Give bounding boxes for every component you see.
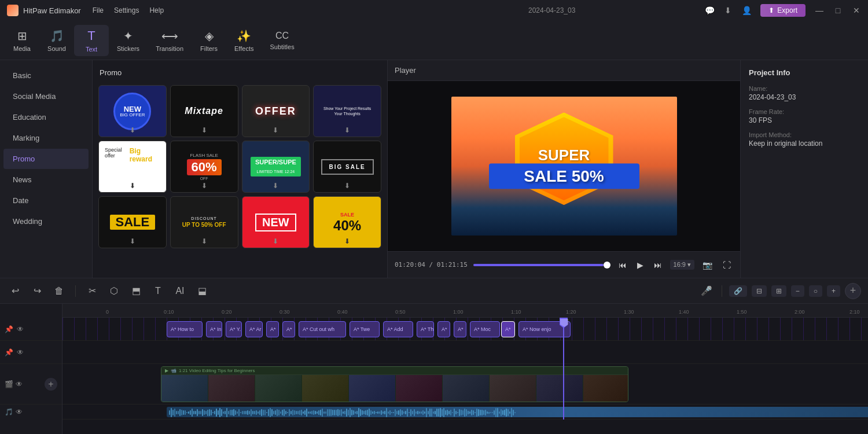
forward-button[interactable]: ⏭ (652, 259, 664, 271)
menu-settings[interactable]: Settings (114, 6, 139, 14)
sidebar-item-wedding[interactable]: Wedding (3, 211, 89, 231)
sidebar-item-education[interactable]: Education (3, 107, 89, 127)
delete-button[interactable]: 🗑 (51, 283, 67, 299)
text-clip-twe[interactable]: A* Twe (350, 321, 380, 337)
minimize-button[interactable]: — (815, 6, 824, 15)
track-rows: A* How to A* In A* Y. A* Ar A* A* A* Cut… (62, 318, 868, 420)
sidebar-item-promo[interactable]: Promo (3, 149, 89, 169)
window-controls: 💬 ⬇ 👤 ⬆ Export — □ ✕ (705, 4, 861, 17)
text-clip-howto[interactable]: A* How to (167, 321, 203, 337)
spacer-track (62, 341, 868, 364)
thumb-special-big[interactable]: Special offer Big reward ⬇ (98, 141, 167, 193)
tool-stickers[interactable]: ✦ Stickers (109, 25, 148, 56)
text-clip-a3[interactable]: A* (437, 321, 450, 337)
thumb-super-supe[interactable]: SUPER/SUPELIMITED TIME 12:24 ⬇ (242, 141, 310, 193)
video-clip[interactable]: ▶📹1:21 Video Editing Tips for Beginners (161, 366, 628, 402)
undo-button[interactable]: ↩ (7, 283, 23, 299)
download-icon[interactable]: ⬇ (723, 6, 733, 15)
link-tracks-button[interactable]: 🔗 (729, 285, 747, 297)
text-button[interactable]: T (150, 283, 166, 299)
thumb-big-sale[interactable]: BIG SALE ⬇ (313, 141, 381, 193)
playhead[interactable] (563, 318, 564, 420)
fullscreen-button[interactable]: ⛶ (720, 259, 733, 271)
menu-file[interactable]: File (93, 6, 104, 14)
eye-icon-audio[interactable]: 👁 (16, 408, 23, 416)
detach-button[interactable]: ⬒ (128, 283, 144, 299)
timeline-main[interactable]: 0 0:10 0:20 0:30 0:40 0:50 1:00 1:10 1:2… (62, 304, 868, 434)
sidebar-item-news[interactable]: News (3, 170, 89, 190)
thumb-sale-40[interactable]: SALE 40% ⬇ (313, 196, 381, 248)
thumb-mixtape[interactable]: Mixtape ⬇ (170, 85, 238, 137)
thumb-flash-sale[interactable]: FLASH SALE 60% OFF ⬇ (170, 141, 238, 193)
zoom-in-button[interactable]: + (827, 285, 840, 297)
export-button[interactable]: ⬆ Export (760, 4, 806, 17)
add-media-btn[interactable]: + (45, 378, 57, 391)
redo-button[interactable]: ↪ (29, 283, 45, 299)
close-button[interactable]: ✕ (852, 6, 861, 15)
download-icon-1: ⬇ (130, 126, 135, 134)
sidebar-item-basic[interactable]: Basic (3, 65, 89, 86)
play-button[interactable]: ▶ (635, 259, 646, 271)
tool-filters[interactable]: ◈ Filters (192, 25, 226, 56)
thumb-offer[interactable]: OFFER ⬇ (242, 85, 310, 137)
user-icon[interactable]: 👤 (742, 6, 751, 15)
menu-help[interactable]: Help (149, 6, 164, 14)
split-view-button[interactable]: ⊟ (752, 285, 767, 297)
chat-icon[interactable]: 💬 (705, 6, 714, 15)
text-clip-a4[interactable]: A* (454, 321, 466, 337)
tool-media[interactable]: ⊞ Media (5, 25, 39, 56)
screenshot-button[interactable]: 📷 (700, 259, 715, 271)
auto-caption-button[interactable]: AI (172, 283, 188, 299)
zoom-reset-button[interactable]: ○ (809, 285, 822, 297)
video-thumbnails (161, 375, 628, 402)
maximize-button[interactable]: □ (833, 6, 843, 15)
tool-effects[interactable]: ✨ Effects (226, 25, 262, 56)
thumb-new-offer[interactable]: NEW BIG OFFER ⬇ (98, 85, 167, 137)
text-clip-y[interactable]: A* Y. (226, 321, 242, 337)
aspect-ratio-button[interactable]: 16:9 ▾ (670, 260, 694, 270)
tool-transition-label: Transition (156, 45, 183, 52)
text-clip-a1[interactable]: A* (266, 321, 279, 337)
sidebar-item-date[interactable]: Date (3, 190, 89, 211)
text-track-label: 📌 👁 (0, 318, 62, 341)
text-clip-a2[interactable]: A* (282, 321, 295, 337)
project-info-title: Project Info (749, 68, 860, 77)
tool-text[interactable]: T Text (74, 25, 109, 56)
cut-button[interactable]: ✂ (84, 283, 100, 299)
eye-icon-text[interactable]: 👁 (17, 325, 24, 333)
eye-icon-video[interactable]: 👁 (17, 348, 24, 356)
progress-bar[interactable] (473, 264, 610, 266)
thumb-discount[interactable]: DISCOUNT UP TO 50% OFF ⬇ (170, 196, 238, 248)
sidebar-item-marking[interactable]: Marking (3, 128, 89, 148)
tool-sound[interactable]: 🎵 Sound (39, 25, 74, 56)
text-clip-cutout[interactable]: A* Cut out wh (299, 321, 346, 337)
media-icon-track: 🎬 (5, 380, 13, 388)
tool-subtitles[interactable]: CC Subtitles (262, 27, 302, 54)
eye-icon-media[interactable]: 👁 (16, 380, 23, 388)
download-icon-4: ⬇ (344, 126, 350, 134)
text-clip-moc[interactable]: A* Moc (470, 321, 500, 337)
thumb-new-red[interactable]: NEW ⬇ (242, 196, 310, 248)
text-clip-add[interactable]: A* Add (383, 321, 413, 337)
pin-icon-2: 📌 (5, 348, 13, 356)
rewind-button[interactable]: ⏮ (616, 259, 629, 271)
mic-button[interactable]: 🎤 (698, 283, 715, 299)
sidebar-item-social-media[interactable]: Social Media (3, 86, 89, 106)
grid-view-button[interactable]: ⊞ (771, 285, 786, 297)
effects-icon: ✨ (237, 29, 251, 43)
zoom-out-button[interactable]: − (791, 285, 804, 297)
thumb-sale-black[interactable]: SALE ⬇ (98, 196, 167, 248)
cover-button[interactable]: ⬓ (194, 283, 210, 299)
add-track-button[interactable]: + (845, 283, 861, 299)
thumb-show-project[interactable]: Show Your Project ResultsYour Thoughts ⬇ (313, 85, 381, 137)
text-clip-ar[interactable]: A* Ar (245, 321, 263, 337)
tool-transition[interactable]: ⟷ Transition (148, 25, 192, 56)
text-clip-a5[interactable]: A* (501, 321, 515, 337)
text-clip-in[interactable]: A* In (206, 321, 222, 337)
timeline-right-controls: 🎤 🔗 ⊟ ⊞ − ○ + + (698, 283, 861, 299)
timeline-toolbar: ↩ ↪ 🗑 ✂ ⬡ ⬒ T AI ⬓ 🎤 🔗 ⊟ ⊞ − ○ + + (0, 278, 868, 304)
text-clip-th[interactable]: A* Th (417, 321, 434, 337)
snapshot-button[interactable]: ⬡ (106, 283, 122, 299)
tool-media-label: Media (13, 45, 31, 52)
app-name: HitPaw Edimakor (23, 6, 81, 15)
